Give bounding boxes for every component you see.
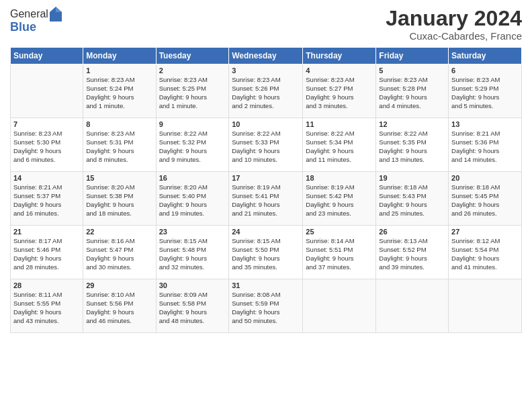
calendar-cell: 27Sunrise: 8:12 AMSunset: 5:54 PMDayligh… (449, 226, 522, 279)
day-info: Sunrise: 8:22 AMSunset: 5:34 PMDaylight:… (306, 130, 373, 164)
day-number: 17 (232, 174, 300, 182)
calendar-cell: 28Sunrise: 8:11 AMSunset: 5:55 PMDayligh… (11, 279, 83, 333)
day-info: Sunrise: 8:21 AMSunset: 5:36 PMDaylight:… (451, 130, 519, 164)
day-number: 24 (232, 228, 300, 236)
day-info: Sunrise: 8:16 AMSunset: 5:47 PMDaylight:… (86, 237, 152, 271)
header-friday: Friday (376, 48, 449, 64)
calendar-cell: 6Sunrise: 8:23 AMSunset: 5:29 PMDaylight… (449, 64, 522, 118)
svg-marker-1 (56, 7, 62, 12)
header-wednesday: Wednesday (229, 48, 303, 64)
day-info: Sunrise: 8:11 AMSunset: 5:55 PMDaylight:… (13, 291, 80, 325)
week-row-1: 7Sunrise: 8:23 AMSunset: 5:30 PMDaylight… (11, 118, 522, 172)
calendar-body: 1Sunrise: 8:23 AMSunset: 5:24 PMDaylight… (11, 64, 522, 333)
calendar-cell: 15Sunrise: 8:20 AMSunset: 5:38 PMDayligh… (83, 172, 156, 226)
day-number: 2 (159, 66, 226, 75)
logo-blue-text: Blue (10, 20, 62, 34)
week-row-2: 14Sunrise: 8:21 AMSunset: 5:37 PMDayligh… (11, 172, 522, 226)
day-number: 28 (13, 281, 80, 289)
logo: General Blue (10, 7, 62, 34)
day-number: 6 (451, 66, 519, 75)
calendar-cell: 7Sunrise: 8:23 AMSunset: 5:30 PMDaylight… (11, 118, 83, 172)
calendar-cell: 29Sunrise: 8:10 AMSunset: 5:56 PMDayligh… (83, 279, 156, 333)
calendar-title: January 2024 (386, 7, 522, 30)
calendar-cell: 14Sunrise: 8:21 AMSunset: 5:37 PMDayligh… (11, 172, 83, 226)
calendar-cell: 31Sunrise: 8:08 AMSunset: 5:59 PMDayligh… (229, 279, 303, 333)
calendar-cell: 12Sunrise: 8:22 AMSunset: 5:35 PMDayligh… (376, 118, 449, 172)
calendar-cell (303, 279, 376, 333)
day-number: 20 (451, 174, 519, 182)
day-number: 19 (379, 174, 445, 182)
day-number: 16 (159, 174, 226, 182)
day-info: Sunrise: 8:23 AMSunset: 5:24 PMDaylight:… (86, 76, 152, 110)
day-number: 12 (379, 120, 445, 128)
calendar-cell: 10Sunrise: 8:22 AMSunset: 5:33 PMDayligh… (229, 118, 303, 172)
day-number: 3 (232, 66, 300, 75)
header-thursday: Thursday (303, 48, 376, 64)
day-info: Sunrise: 8:08 AMSunset: 5:59 PMDaylight:… (232, 291, 300, 325)
calendar-header: Sunday Monday Tuesday Wednesday Thursday… (11, 48, 522, 64)
week-row-0: 1Sunrise: 8:23 AMSunset: 5:24 PMDaylight… (11, 64, 522, 118)
day-info: Sunrise: 8:18 AMSunset: 5:43 PMDaylight:… (379, 183, 445, 218)
calendar-cell: 9Sunrise: 8:22 AMSunset: 5:32 PMDaylight… (156, 118, 229, 172)
day-info: Sunrise: 8:22 AMSunset: 5:32 PMDaylight:… (159, 130, 226, 164)
calendar-subtitle: Cuxac-Cabardes, France (386, 30, 522, 42)
header-row: Sunday Monday Tuesday Wednesday Thursday… (11, 48, 522, 64)
day-info: Sunrise: 8:15 AMSunset: 5:50 PMDaylight:… (232, 237, 300, 271)
day-number: 30 (159, 281, 226, 289)
day-number: 11 (306, 120, 373, 128)
calendar-cell: 1Sunrise: 8:23 AMSunset: 5:24 PMDaylight… (83, 64, 156, 118)
calendar-cell: 11Sunrise: 8:22 AMSunset: 5:34 PMDayligh… (303, 118, 376, 172)
day-number: 10 (232, 120, 300, 128)
day-info: Sunrise: 8:19 AMSunset: 5:42 PMDaylight:… (306, 183, 373, 218)
calendar-cell: 26Sunrise: 8:13 AMSunset: 5:52 PMDayligh… (376, 226, 449, 279)
day-info: Sunrise: 8:22 AMSunset: 5:35 PMDaylight:… (379, 130, 445, 164)
day-info: Sunrise: 8:23 AMSunset: 5:26 PMDaylight:… (232, 76, 300, 110)
day-number: 22 (86, 228, 152, 236)
header-tuesday: Tuesday (156, 48, 229, 64)
day-info: Sunrise: 8:23 AMSunset: 5:28 PMDaylight:… (379, 76, 445, 110)
day-number: 26 (379, 228, 445, 236)
header-saturday: Saturday (449, 48, 522, 64)
page: General Blue January 2024 Cuxac-Cabardes… (0, 0, 532, 411)
week-row-4: 28Sunrise: 8:11 AMSunset: 5:55 PMDayligh… (11, 279, 522, 333)
day-number: 7 (13, 120, 80, 128)
calendar-cell: 18Sunrise: 8:19 AMSunset: 5:42 PMDayligh… (303, 172, 376, 226)
calendar-cell (11, 64, 83, 118)
day-number: 25 (306, 228, 373, 236)
day-number: 29 (86, 281, 152, 289)
calendar-cell: 13Sunrise: 8:21 AMSunset: 5:36 PMDayligh… (449, 118, 522, 172)
calendar-cell: 25Sunrise: 8:14 AMSunset: 5:51 PMDayligh… (303, 226, 376, 279)
header-monday: Monday (83, 48, 156, 64)
day-info: Sunrise: 8:15 AMSunset: 5:48 PMDaylight:… (159, 237, 226, 271)
header: General Blue January 2024 Cuxac-Cabardes… (10, 7, 522, 42)
day-number: 8 (86, 120, 152, 128)
calendar-cell: 23Sunrise: 8:15 AMSunset: 5:48 PMDayligh… (156, 226, 229, 279)
calendar-cell: 20Sunrise: 8:18 AMSunset: 5:45 PMDayligh… (449, 172, 522, 226)
day-number: 18 (306, 174, 373, 182)
day-number: 23 (159, 228, 226, 236)
day-info: Sunrise: 8:13 AMSunset: 5:52 PMDaylight:… (379, 237, 445, 271)
header-sunday: Sunday (11, 48, 83, 64)
calendar-table: Sunday Monday Tuesday Wednesday Thursday… (10, 47, 522, 333)
day-info: Sunrise: 8:23 AMSunset: 5:25 PMDaylight:… (159, 76, 226, 110)
day-number: 13 (451, 120, 519, 128)
calendar-cell: 5Sunrise: 8:23 AMSunset: 5:28 PMDaylight… (376, 64, 449, 118)
day-info: Sunrise: 8:18 AMSunset: 5:45 PMDaylight:… (451, 183, 519, 218)
calendar-cell: 30Sunrise: 8:09 AMSunset: 5:58 PMDayligh… (156, 279, 229, 333)
day-info: Sunrise: 8:14 AMSunset: 5:51 PMDaylight:… (306, 237, 373, 271)
calendar-cell: 8Sunrise: 8:23 AMSunset: 5:31 PMDaylight… (83, 118, 156, 172)
day-info: Sunrise: 8:23 AMSunset: 5:27 PMDaylight:… (306, 76, 373, 110)
day-number: 4 (306, 66, 373, 75)
calendar-cell: 3Sunrise: 8:23 AMSunset: 5:26 PMDaylight… (229, 64, 303, 118)
calendar-cell: 2Sunrise: 8:23 AMSunset: 5:25 PMDaylight… (156, 64, 229, 118)
calendar-cell (376, 279, 449, 333)
calendar-cell: 19Sunrise: 8:18 AMSunset: 5:43 PMDayligh… (376, 172, 449, 226)
day-number: 21 (13, 228, 80, 236)
week-row-3: 21Sunrise: 8:17 AMSunset: 5:46 PMDayligh… (11, 226, 522, 279)
day-info: Sunrise: 8:19 AMSunset: 5:41 PMDaylight:… (232, 183, 300, 218)
calendar-cell: 4Sunrise: 8:23 AMSunset: 5:27 PMDaylight… (303, 64, 376, 118)
day-number: 14 (13, 174, 80, 182)
day-info: Sunrise: 8:10 AMSunset: 5:56 PMDaylight:… (86, 291, 152, 325)
logo-icon (50, 7, 62, 21)
day-info: Sunrise: 8:12 AMSunset: 5:54 PMDaylight:… (451, 237, 519, 271)
